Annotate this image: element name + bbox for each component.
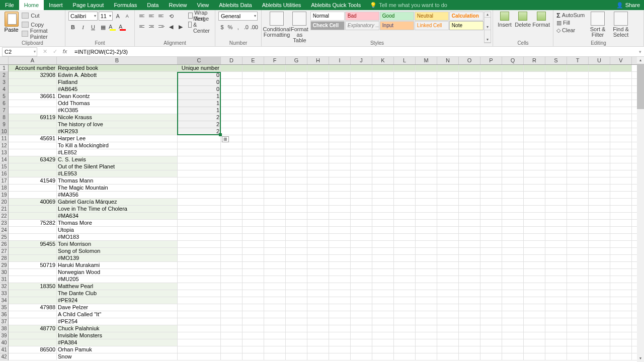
cell[interactable]: 47988 — [9, 304, 57, 311]
cell[interactable] — [610, 114, 632, 121]
cell[interactable] — [480, 79, 502, 85]
cell-styles-gallery[interactable]: NormalBadGoodNeutralCalculationCheck Cel… — [310, 12, 484, 43]
cell[interactable] — [416, 262, 437, 268]
cell[interactable] — [437, 128, 459, 135]
cell[interactable] — [243, 227, 264, 233]
cut-button[interactable]: Cut — [22, 12, 62, 20]
style-check-cell[interactable]: Check Cell — [310, 21, 345, 30]
cell[interactable] — [502, 234, 524, 240]
cell[interactable] — [480, 128, 502, 135]
cell[interactable] — [502, 353, 524, 360]
expand-formula-bar-button[interactable]: ▾ — [636, 49, 644, 54]
cell[interactable] — [416, 318, 437, 325]
cell[interactable] — [351, 170, 372, 177]
cell[interactable] — [567, 185, 589, 191]
cell[interactable] — [545, 142, 567, 149]
cell[interactable] — [221, 114, 243, 121]
cell[interactable] — [329, 135, 351, 142]
cell[interactable] — [524, 149, 545, 156]
cell[interactable] — [221, 269, 243, 276]
cell[interactable] — [351, 290, 372, 297]
cell[interactable] — [372, 346, 394, 353]
cell[interactable] — [243, 311, 264, 318]
cell[interactable] — [221, 255, 243, 261]
cell[interactable] — [394, 177, 416, 184]
style-calculation[interactable]: Calculation — [449, 12, 484, 21]
cell[interactable] — [567, 318, 589, 325]
cell[interactable] — [502, 121, 524, 128]
row-header-41[interactable]: 41 — [0, 346, 8, 353]
cell[interactable] — [221, 297, 243, 304]
cell[interactable] — [459, 149, 480, 156]
cell[interactable] — [221, 185, 243, 191]
row-header-22[interactable]: 22 — [0, 213, 8, 220]
cell[interactable] — [178, 149, 221, 156]
cell[interactable] — [329, 248, 351, 254]
cell[interactable] — [329, 311, 351, 318]
cell[interactable] — [589, 241, 610, 247]
cell[interactable] — [221, 304, 243, 311]
cell[interactable] — [329, 276, 351, 283]
percent-button[interactable]: % — [226, 23, 234, 32]
cell[interactable] — [545, 290, 567, 297]
cell[interactable] — [394, 72, 416, 78]
cell[interactable] — [480, 283, 502, 290]
cell[interactable] — [502, 269, 524, 276]
cell[interactable] — [610, 163, 632, 170]
cell[interactable]: Invisible Monsters — [57, 332, 178, 339]
cell[interactable] — [416, 65, 437, 71]
cell[interactable] — [610, 325, 632, 332]
cell[interactable] — [329, 79, 351, 85]
cell[interactable] — [286, 149, 307, 156]
cell[interactable] — [437, 135, 459, 142]
cell[interactable] — [286, 262, 307, 268]
formula-input[interactable]: =INT((ROW(C2)-2)/3) — [72, 47, 636, 56]
cell[interactable] — [459, 177, 480, 184]
cell[interactable] — [567, 325, 589, 332]
cell[interactable] — [459, 227, 480, 233]
cell[interactable] — [416, 72, 437, 78]
cell[interactable] — [416, 213, 437, 219]
cell[interactable] — [351, 100, 372, 107]
col-header-N[interactable]: N — [437, 57, 459, 64]
cell[interactable] — [567, 114, 589, 121]
underline-button[interactable]: U — [89, 23, 98, 32]
cell[interactable] — [329, 325, 351, 332]
row-header-29[interactable]: 29 — [0, 262, 8, 269]
cell[interactable] — [502, 86, 524, 93]
cell[interactable] — [480, 220, 502, 226]
tab-data[interactable]: Data — [142, 0, 164, 10]
cell[interactable] — [307, 135, 329, 142]
cell[interactable] — [545, 269, 567, 276]
cell[interactable] — [502, 114, 524, 121]
cell[interactable] — [437, 121, 459, 128]
row-header-34[interactable]: 34 — [0, 297, 8, 304]
cell[interactable] — [459, 192, 480, 198]
cell[interactable] — [437, 72, 459, 78]
cell[interactable] — [437, 339, 459, 346]
cell[interactable] — [243, 255, 264, 261]
cell[interactable] — [589, 248, 610, 254]
cell[interactable] — [502, 346, 524, 353]
cell[interactable] — [394, 149, 416, 156]
cell[interactable]: The Magic Mountain — [57, 185, 178, 191]
cell[interactable] — [524, 248, 545, 254]
cell[interactable] — [286, 177, 307, 184]
cell[interactable] — [545, 234, 567, 240]
cell[interactable] — [394, 269, 416, 276]
cell[interactable] — [589, 276, 610, 283]
cell[interactable]: #PE924 — [57, 297, 178, 304]
cell[interactable] — [243, 128, 264, 135]
cell[interactable] — [372, 177, 394, 184]
cell[interactable] — [9, 276, 57, 283]
cell[interactable] — [307, 213, 329, 219]
cell[interactable] — [524, 283, 545, 290]
cell[interactable] — [351, 325, 372, 332]
cell[interactable] — [610, 255, 632, 261]
cell[interactable] — [589, 142, 610, 149]
cell[interactable] — [286, 339, 307, 346]
cell[interactable] — [286, 241, 307, 247]
autosum-button[interactable]: ΣAutoSum — [556, 12, 585, 19]
cell[interactable] — [610, 213, 632, 219]
cell[interactable] — [307, 346, 329, 353]
